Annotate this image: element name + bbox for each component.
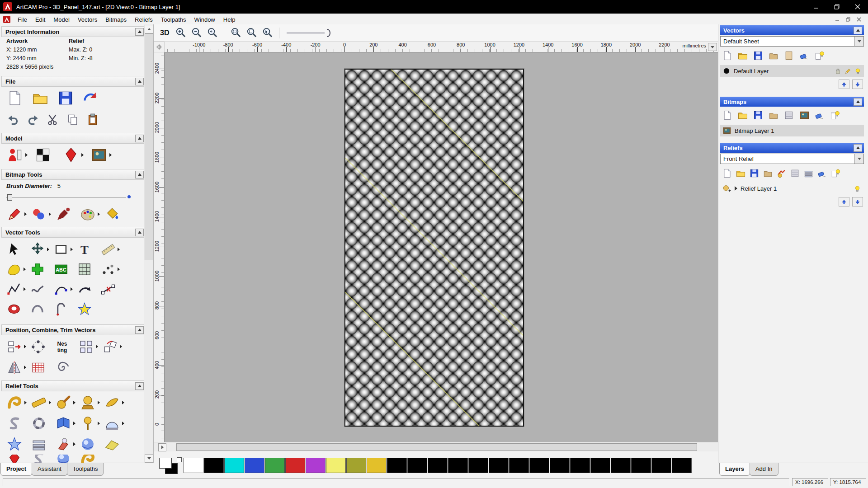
flyout-arrow-icon[interactable] xyxy=(25,153,28,157)
flyout-arrow-icon[interactable] xyxy=(81,153,84,157)
palette-swatch[interactable] xyxy=(245,458,264,473)
vector-layer-row[interactable]: Default Layer xyxy=(720,65,864,77)
flyout-arrow-icon[interactable] xyxy=(109,153,112,157)
palette-swatch[interactable] xyxy=(509,458,529,473)
hscrollbar-thumb[interactable] xyxy=(176,443,697,451)
extrude-relief-icon[interactable] xyxy=(104,415,120,432)
rollup-button[interactable] xyxy=(854,144,862,152)
zoom-previous-icon[interactable] xyxy=(206,27,218,39)
scroll-up-button[interactable] xyxy=(145,25,153,33)
dropdown-arrow-icon[interactable] xyxy=(854,154,863,164)
relief-clipart-icon[interactable] xyxy=(80,415,96,432)
brush-diameter-slider[interactable] xyxy=(6,194,131,200)
zoom-in-icon[interactable] xyxy=(175,27,187,39)
new-model-icon[interactable] xyxy=(6,89,24,107)
rollup-button[interactable] xyxy=(135,171,144,178)
scrollbar-thumb[interactable] xyxy=(145,33,153,260)
flyout-arrow-icon[interactable] xyxy=(98,212,100,216)
new-relief-layer-icon[interactable] xyxy=(722,168,732,178)
palette-swatch[interactable] xyxy=(224,458,244,473)
toggle-bitmap-visibility-icon[interactable] xyxy=(830,110,840,121)
flyout-arrow-icon[interactable] xyxy=(24,287,26,291)
create-ring-icon[interactable] xyxy=(6,301,22,317)
new-bitmap-layer-icon[interactable] xyxy=(722,110,733,121)
palette-swatch[interactable] xyxy=(346,458,366,473)
palette-swatch[interactable] xyxy=(285,458,305,473)
mirror-vectors-icon[interactable] xyxy=(6,360,22,375)
align-vectors-icon[interactable] xyxy=(6,339,22,355)
relief-tool-icon[interactable] xyxy=(55,455,71,463)
relief-tool-icon[interactable] xyxy=(6,455,23,463)
menu-item-help[interactable]: Help xyxy=(219,14,240,25)
zoom-fit-icon[interactable] xyxy=(245,27,258,39)
flyout-arrow-icon[interactable] xyxy=(71,248,73,251)
paste-icon[interactable] xyxy=(86,113,99,127)
sculpt-model-icon[interactable] xyxy=(62,146,80,164)
view-3d-button[interactable]: 3D xyxy=(158,29,171,37)
angled-plane-icon[interactable] xyxy=(104,436,120,452)
fit-curves-icon[interactable] xyxy=(53,282,69,297)
palette-swatch[interactable] xyxy=(468,458,488,473)
flyout-arrow-icon[interactable] xyxy=(24,401,27,404)
flood-fill-icon[interactable] xyxy=(104,206,120,222)
merge-all-layers-icon[interactable] xyxy=(783,50,794,61)
canvas-viewport[interactable] xyxy=(165,52,718,442)
select-vectors-icon[interactable] xyxy=(6,242,22,257)
move-layer-up-button[interactable] xyxy=(839,197,849,206)
save-bitmap-layers-icon[interactable] xyxy=(753,110,764,121)
maximize-button[interactable] xyxy=(826,0,847,14)
drape-relief-icon[interactable] xyxy=(31,436,47,452)
copy-rotate-icon[interactable] xyxy=(102,339,118,355)
create-points-icon[interactable] xyxy=(100,262,116,277)
horizontal-scrollbar[interactable] xyxy=(154,442,718,451)
bitmap-layer-row[interactable]: Bitmap Layer 1 xyxy=(720,125,864,136)
palette-swatch[interactable] xyxy=(204,458,224,473)
palette-swatch[interactable] xyxy=(387,458,407,473)
star-relief-icon[interactable] xyxy=(6,436,23,452)
layer-colour-swatch-icon[interactable] xyxy=(722,67,731,75)
edit-colours-icon[interactable] xyxy=(80,206,96,222)
rollup-button[interactable] xyxy=(135,326,144,334)
toggle-relief-visibility-icon[interactable] xyxy=(830,168,841,178)
delete-relief-layer-icon[interactable] xyxy=(817,168,827,178)
rollup-button[interactable] xyxy=(135,135,144,142)
sculpting-icon[interactable] xyxy=(55,394,71,411)
ruler-units-button[interactable] xyxy=(708,43,717,51)
nesting-icon[interactable]: Nesting xyxy=(54,339,70,355)
new-vector-layer-icon[interactable] xyxy=(722,50,733,61)
redo-icon[interactable] xyxy=(26,113,40,127)
create-rectangle-icon[interactable] xyxy=(53,242,69,257)
relief-wizard-icon[interactable] xyxy=(776,168,787,178)
move-layer-down-button[interactable] xyxy=(852,197,863,206)
flyout-arrow-icon[interactable] xyxy=(118,267,120,271)
palette-swatch[interactable] xyxy=(651,458,671,473)
sheet-selector-dropdown[interactable]: Default Sheet xyxy=(720,36,864,47)
flyout-arrow-icon[interactable] xyxy=(73,442,75,446)
measure-tool-icon[interactable] xyxy=(100,242,116,257)
wrap-vectors-icon[interactable] xyxy=(30,301,45,317)
tab-project[interactable]: Project xyxy=(0,463,32,476)
rollup-button[interactable] xyxy=(135,28,144,36)
reset-colours-icon[interactable] xyxy=(177,457,182,462)
relief-sheet-icon[interactable] xyxy=(790,168,800,178)
palette-swatch[interactable] xyxy=(611,458,631,473)
menu-item-window[interactable]: Window xyxy=(190,14,219,25)
relief-layer-row[interactable]: Relief Layer 1 xyxy=(720,183,864,194)
create-star-icon[interactable] xyxy=(77,301,92,317)
node-editing-icon[interactable] xyxy=(100,282,116,297)
child-close-button[interactable] xyxy=(854,15,864,24)
palette-swatch[interactable] xyxy=(306,458,326,473)
flyout-arrow-icon[interactable] xyxy=(73,401,75,404)
colour-reduce-icon[interactable] xyxy=(799,110,810,121)
close-button[interactable] xyxy=(847,0,868,14)
flyout-arrow-icon[interactable] xyxy=(118,248,120,251)
delete-bitmap-layer-icon[interactable] xyxy=(814,110,825,121)
create-envelope-icon[interactable] xyxy=(6,262,22,277)
bitmap-to-vector-icon[interactable] xyxy=(77,262,92,277)
palette-swatch[interactable] xyxy=(407,458,427,473)
line-width-control[interactable] xyxy=(285,27,335,39)
palette-swatch[interactable] xyxy=(672,458,692,473)
tab-add-in[interactable]: Add In xyxy=(750,463,778,476)
open-relief-layers-icon[interactable] xyxy=(736,168,746,178)
open-bitmap-layers-icon[interactable] xyxy=(737,110,748,121)
